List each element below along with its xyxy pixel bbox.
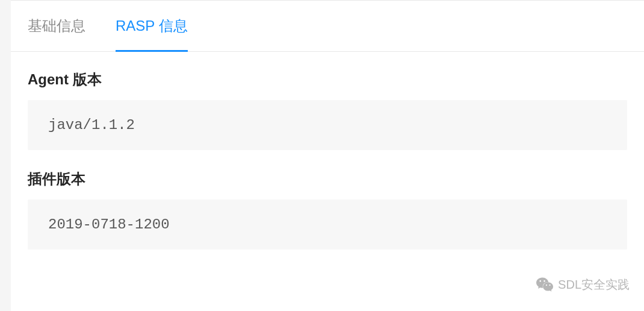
section-plugin-version: 插件版本 2019-0718-1200: [28, 169, 627, 250]
page-container: 基础信息 RASP 信息 Agent 版本 java/1.1.2 插件版本 20…: [11, 0, 644, 311]
tab-bar: 基础信息 RASP 信息: [11, 1, 644, 52]
wechat-icon: [536, 276, 553, 293]
agent-version-value: java/1.1.2: [28, 100, 627, 150]
agent-version-title: Agent 版本: [28, 70, 627, 89]
watermark-text: SDL安全实践: [558, 277, 630, 293]
plugin-version-value: 2019-0718-1200: [28, 199, 627, 250]
plugin-version-title: 插件版本: [28, 169, 627, 189]
tab-rasp-info[interactable]: RASP 信息: [116, 1, 188, 52]
tab-basic-info[interactable]: 基础信息: [28, 1, 85, 52]
section-agent-version: Agent 版本 java/1.1.2: [28, 70, 627, 150]
content-area: Agent 版本 java/1.1.2 插件版本 2019-0718-1200: [11, 52, 644, 250]
watermark: SDL安全实践: [536, 276, 630, 293]
